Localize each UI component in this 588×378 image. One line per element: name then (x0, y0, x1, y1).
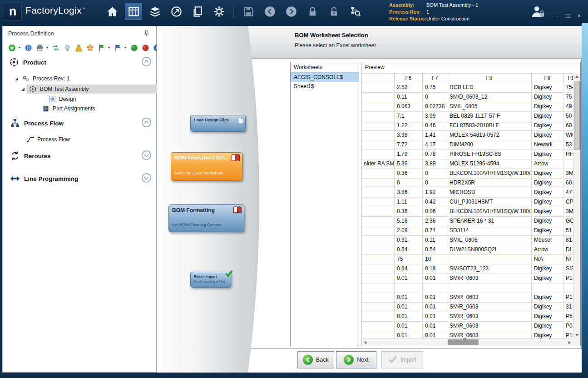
table-row[interactable] (361, 284, 573, 293)
sidebar-item-reroutes[interactable]: Reroutes (10, 150, 51, 162)
column-header[interactable]: F10 (563, 74, 573, 83)
collapse-process-flow-icon[interactable] (141, 117, 152, 128)
table-row[interactable]: 2.080.74SD3114Digikey51 (361, 226, 573, 236)
table-row[interactable]: 0.010.01SM/R_0603DigikeyP1( (361, 331, 573, 338)
lock-icon[interactable] (304, 3, 321, 20)
tree-item-process-rev[interactable]: Process Rev: 1 (15, 74, 69, 84)
horizontal-scrollbar[interactable] (361, 338, 573, 346)
table-row[interactable]: 7.13.99BEL 0826-1L1T-57-FDigikey50 (361, 112, 573, 121)
column-header[interactable] (361, 74, 395, 83)
column-header[interactable]: F8 (447, 74, 532, 83)
table-row[interactable]: 7510N/AN/ (361, 255, 573, 264)
unlock-icon[interactable] (325, 3, 342, 20)
sidebar-item-process-flow[interactable]: Process Flow (10, 117, 64, 129)
table-row[interactable]: 0.360BLKCON.100/VH/TM1SQ/W.100/2Digikey3… (361, 169, 573, 179)
next-button[interactable]: Next (336, 351, 376, 368)
table-row[interactable]: 3.861.92MICROSDDigikey47 (361, 188, 573, 198)
table-row[interactable]: 00HDR2X5RDigikey60 (361, 179, 573, 188)
table-row[interactable]: 0.640.18SM/SOT23_123DigikeySI2 (361, 264, 573, 274)
table-row[interactable]: 0.360.06BLKCON.100/VH/TM1SQ/W.100/2Digik… (361, 207, 573, 217)
flow-node-finish-import[interactable]: Finish Import Finish Importing of Files (190, 272, 231, 288)
flag-green-icon[interactable] (98, 44, 105, 52)
routing-stack-icon[interactable] (146, 3, 163, 20)
table-row[interactable]: 0.010.01SM/R_0603DigikeyP0. (361, 322, 573, 331)
expand-reroutes-icon[interactable] (141, 150, 152, 160)
pin-icon[interactable] (143, 30, 150, 39)
back-button[interactable]: Back (297, 351, 334, 368)
maximize-button[interactable]: □ (566, 12, 570, 19)
add-dropdown-icon[interactable] (18, 47, 21, 49)
table-cell: 60 (563, 179, 573, 188)
save-icon[interactable] (240, 3, 257, 20)
flow-search-icon[interactable] (346, 3, 364, 20)
sync-icon[interactable] (52, 44, 60, 52)
table-row[interactable]: 1.220.46FCI 87583-2010BLFDigikey60 (361, 121, 573, 131)
flag-green-dropdown-icon[interactable] (108, 47, 110, 49)
worksheet-item-sheet1[interactable]: Sheet1$ (291, 82, 359, 91)
import-button[interactable]: Import (381, 351, 423, 368)
record-status-icon[interactable] (142, 44, 149, 52)
worksheet-item-aegis-console[interactable]: AEGIS_CONSOLE$ (291, 73, 359, 82)
tree-item-process-flow[interactable]: Process Flow (26, 134, 70, 144)
table-row[interactable]: 0.010.01SM/R_0603DigikeyP5 (361, 312, 573, 322)
expander-icon[interactable] (21, 88, 25, 91)
expand-line-programming-icon[interactable] (141, 173, 152, 183)
flow-node-bom-formatting[interactable]: BOM Formatting Set BOM Cleaning Options (168, 204, 244, 232)
scroll-right-icon[interactable] (566, 339, 573, 346)
scroll-down-icon[interactable] (573, 332, 581, 338)
flower-icon[interactable] (86, 44, 94, 52)
home-icon[interactable] (104, 3, 121, 20)
tree-item-bom-test-assembly[interactable]: BOM Test Assembly (21, 84, 89, 94)
vertical-scroll-thumb[interactable] (574, 81, 580, 150)
settings-gear-icon[interactable] (210, 3, 227, 20)
table-row[interactable]: 0.010.01SM/R_0603Digikey31 (361, 303, 573, 312)
back-nav-icon[interactable] (261, 3, 278, 20)
process-definition-icon[interactable] (125, 3, 142, 20)
flow-node-load-design-files[interactable]: Load Design Files (190, 115, 246, 132)
table-row[interactable]: 1.790.78HIROSE FH19SC-8SDigikeyHF (361, 150, 573, 159)
flow-node-bom-worksheet-selection[interactable]: BOM Worksheet Sel... Select an Excel Wor… (171, 152, 242, 181)
column-header[interactable]: F7 (423, 74, 447, 83)
add-icon[interactable] (8, 44, 16, 52)
flag-blue-icon[interactable] (114, 44, 122, 52)
collapse-product-icon[interactable] (141, 56, 152, 67)
tree-item-design[interactable]: Design (48, 94, 76, 104)
table-row[interactable]: 0.540.54DLW21SN900SQ2LArrowDL (361, 245, 573, 255)
expander-icon[interactable] (15, 77, 18, 80)
sidebar-item-line-programming[interactable]: Line Programming (10, 173, 78, 184)
web-link-icon[interactable] (25, 44, 32, 52)
scroll-up-icon[interactable] (573, 73, 581, 80)
close-button[interactable]: × (577, 12, 581, 19)
table-row[interactable]: 3.381.41MOLEX 54819-0572DigikeyWM (361, 131, 573, 140)
table-row[interactable]: 0.010.01SM/R_0603DigikeyP1 (361, 274, 573, 284)
table-cell: Digikey (532, 179, 563, 188)
table-row[interactable]: 0.0630.02738SM/L_0805Digikey49 (361, 102, 573, 112)
print-dropdown-icon[interactable] (46, 47, 49, 49)
flask-icon[interactable] (75, 44, 83, 52)
print-icon[interactable] (36, 44, 44, 52)
horizontal-scroll-thumb[interactable] (448, 339, 479, 345)
navigation-compass-icon[interactable] (168, 3, 185, 20)
minimize-button[interactable]: – (555, 12, 558, 19)
column-header[interactable]: F9 (532, 74, 563, 83)
go-status-icon[interactable] (130, 44, 138, 52)
table-row[interactable]: 0.010.01SM/R_0603DigikeyP1 (361, 293, 573, 303)
table-row[interactable]: older RA SMD5.363.89MOLEX 51296-4594Arro… (361, 159, 573, 169)
table-row[interactable]: 2.520.75RGB LEDDigikey75- (361, 83, 573, 93)
user-icon[interactable] (530, 5, 546, 19)
sidebar-item-product[interactable]: Product (9, 56, 46, 68)
vertical-scrollbar[interactable] (573, 73, 580, 338)
flag-blue-dropdown-icon[interactable] (124, 47, 127, 49)
tree-item-part-assignments[interactable]: Part Assignments (42, 104, 95, 114)
column-header[interactable]: F6 (395, 74, 423, 83)
table-row[interactable]: 1.110.42CUI_PJ031HSMTDigikeyCP (361, 198, 573, 207)
table-row[interactable]: 5.162.36SPEAKER 16 * 31DigikeyGC (361, 217, 573, 226)
scroll-left-icon[interactable] (361, 339, 369, 346)
lamp-icon[interactable] (64, 44, 71, 52)
table-row[interactable]: 7.724.17DIMM200Newark53 (361, 140, 573, 150)
forward-nav-icon[interactable] (282, 3, 300, 20)
table-row[interactable]: 0.310.11SM/L_0806Mouser81- (361, 236, 573, 245)
documents-icon[interactable] (189, 3, 206, 20)
table-cell: 0.54 (395, 245, 423, 254)
table-row[interactable]: 0.110SM/D_0603_12Digikey75- (361, 93, 573, 102)
